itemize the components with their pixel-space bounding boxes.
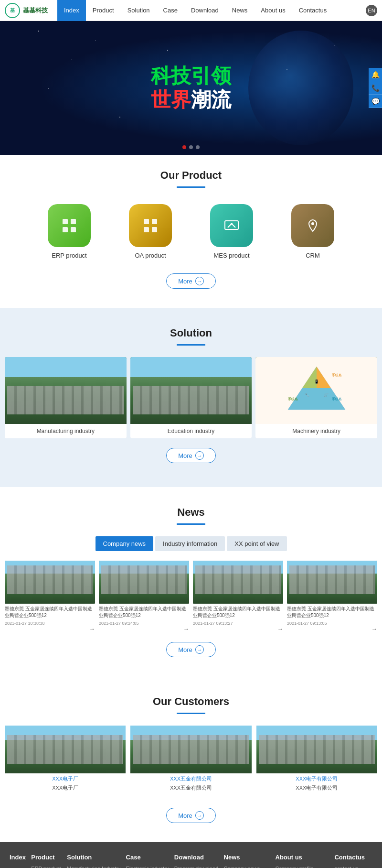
mes-icon-svg xyxy=(222,216,241,235)
news-tabs: Company news Industry information XX poi… xyxy=(0,536,382,551)
svg-point-10 xyxy=(311,222,314,225)
solution-manufacturing[interactable]: Manufacturing industry xyxy=(5,357,127,438)
news-date-3: 2021-01-27 09:13:27 xyxy=(193,621,283,626)
news-text-3: 墨德东莞 五金家居连续四年入选中国制造业民营企业500强12 xyxy=(193,604,283,621)
customer-link-2[interactable]: XXX五金有限公司 xyxy=(130,773,251,784)
news-tab-company[interactable]: Company news xyxy=(96,536,154,551)
solution-label-machinery: Machinery industry xyxy=(255,424,377,438)
solution-underline xyxy=(177,344,205,346)
solution-img-machinery: 📱 🔧 🛒 系统名 系统名 系统名 xyxy=(255,357,377,424)
footer-nav: Index Product ERP product OA product MES… xyxy=(0,842,382,868)
factory-image-2 xyxy=(130,357,252,424)
footer-nav-grid: Index Product ERP product OA product MES… xyxy=(10,854,372,868)
customer-card-2: XXX五金有限公司 XXX五金有限公司 xyxy=(130,726,251,792)
customers-more-btn[interactable]: More → xyxy=(166,808,216,823)
svg-rect-4 xyxy=(144,219,149,224)
news-tab-view[interactable]: XX point of view xyxy=(227,536,286,551)
news-more-btn[interactable]: More → xyxy=(166,642,216,657)
solution-more-btn[interactable]: More → xyxy=(166,448,216,463)
solution-education[interactable]: Education industry xyxy=(130,357,252,438)
footer-case-title: Case xyxy=(126,854,169,861)
svg-marker-13 xyxy=(302,367,317,388)
news-arrow-1: → xyxy=(5,626,95,632)
nav-index[interactable]: Index xyxy=(57,0,86,21)
nav-download[interactable]: Download xyxy=(184,0,225,21)
news-date-2: 2021-01-27 09:24:05 xyxy=(99,621,189,626)
news-arrow-2: → xyxy=(99,626,189,632)
news-date-1: 2021-01-27 10:38:38 xyxy=(5,621,95,626)
product-label-crm: CRM xyxy=(306,252,320,259)
footer-contact-us[interactable]: contact us xyxy=(334,866,372,868)
solution-label-education: Education industry xyxy=(130,424,252,438)
solution-img-manufacturing xyxy=(5,357,127,424)
product-mes[interactable]: MES product xyxy=(210,204,253,259)
news-card-2[interactable]: 墨德东莞 五金家居连续四年入选中国制造业民营企业500强12 2021-01-2… xyxy=(99,561,189,632)
solution-img-education xyxy=(130,357,252,424)
footer-news-title: News xyxy=(224,854,270,861)
footer-col-solution: Solution Manufacturing Industry Educatio… xyxy=(67,854,120,868)
footer-download-program[interactable]: Program download xyxy=(174,866,218,868)
footer-col-index: Index xyxy=(10,854,26,868)
news-section: News Company news Industry information X… xyxy=(0,487,382,676)
footer-about-profile[interactable]: Company profile xyxy=(276,866,329,868)
product-crm[interactable]: CRM xyxy=(291,204,334,259)
news-card-4[interactable]: 墨德东莞 五金家居连续四年入选中国制造业民营企业500强12 2021-01-2… xyxy=(287,561,377,632)
customer-factory-2 xyxy=(130,726,251,773)
footer-product-title: Product xyxy=(31,854,62,861)
svg-text:系统名: 系统名 xyxy=(288,397,298,401)
footer-col-news: News Company news Industry information X… xyxy=(224,854,270,868)
product-label-erp: ERP product xyxy=(52,252,86,259)
machinery-chart: 📱 🔧 🛒 系统名 系统名 系统名 xyxy=(255,357,377,424)
factory-image-1 xyxy=(5,357,127,424)
solution-title: Solution xyxy=(0,313,382,344)
news-grid: 墨德东莞 五金家居连续四年入选中国制造业民营企业500强12 2021-01-2… xyxy=(0,561,382,632)
svg-text:🛒: 🛒 xyxy=(324,392,329,397)
product-icon-crm xyxy=(291,204,334,247)
nav-product[interactable]: Product xyxy=(86,0,121,21)
nav-about[interactable]: About us xyxy=(254,0,292,21)
products-grid: ERP product OA product xyxy=(10,199,372,264)
machinery-chart-svg: 📱 🔧 🛒 系统名 系统名 系统名 xyxy=(278,362,355,419)
nav-solution[interactable]: Solution xyxy=(121,0,157,21)
svg-rect-7 xyxy=(152,227,157,232)
news-card-3[interactable]: 墨德东莞 五金家居连续四年入选中国制造业民营企业500强12 2021-01-2… xyxy=(193,561,283,632)
customer-link-3[interactable]: XXX电子有限公司 xyxy=(256,773,377,784)
nav-contact[interactable]: Contactus xyxy=(292,0,334,21)
customer-link-1[interactable]: XXX电子厂 xyxy=(5,773,126,784)
customer-name-3: XXX电子有限公司 xyxy=(256,784,377,792)
news-underline xyxy=(177,523,205,525)
news-tab-industry[interactable]: Industry information xyxy=(155,536,225,551)
customer-factory-3 xyxy=(256,726,377,773)
news-more-wrap: More → xyxy=(0,632,382,667)
footer-col-case: Case Electronic industry Hardware indust… xyxy=(126,854,169,868)
footer-case-electronic[interactable]: Electronic industry xyxy=(126,866,169,868)
svg-text:系统名: 系统名 xyxy=(332,397,342,401)
product-icon-oa xyxy=(129,204,172,247)
customers-more-arrow: → xyxy=(195,811,204,820)
footer-news-company[interactable]: Company news xyxy=(224,866,270,868)
logo[interactable]: 基 基基科技 xyxy=(5,3,48,18)
news-factory-4 xyxy=(287,561,377,604)
svg-rect-2 xyxy=(63,227,68,232)
product-oa[interactable]: OA product xyxy=(129,204,172,259)
nav-items: Index Product Solution Case Download New… xyxy=(57,0,366,21)
solution-machinery[interactable]: 📱 🔧 🛒 系统名 系统名 系统名 Machinery industry xyxy=(255,357,377,438)
customer-img-1 xyxy=(5,726,126,773)
solution-section: Solution Manufacturing industry Educatio… xyxy=(0,308,382,487)
products-title: Our Product xyxy=(10,155,372,186)
products-more-btn[interactable]: More → xyxy=(166,273,216,289)
solution-more-arrow: → xyxy=(195,451,204,460)
nav-news[interactable]: News xyxy=(225,0,255,21)
navbar: 基 基基科技 Index Product Solution Case Downl… xyxy=(0,0,382,21)
footer-product-erp[interactable]: ERP product xyxy=(31,866,62,868)
footer-col-about: About us Company profile Honor and quali… xyxy=(276,854,329,868)
footer-index-title: Index xyxy=(10,854,26,861)
nav-case[interactable]: Case xyxy=(157,0,184,21)
product-erp[interactable]: ERP product xyxy=(48,204,91,259)
news-card-1[interactable]: 墨德东莞 五金家居连续四年入选中国制造业民营企业500强12 2021-01-2… xyxy=(5,561,95,632)
language-toggle[interactable]: EN xyxy=(366,5,377,16)
news-factory-2 xyxy=(99,561,189,604)
svg-rect-0 xyxy=(63,219,68,224)
product-label-oa: OA product xyxy=(135,252,166,259)
footer-solution-manufacturing[interactable]: Manufacturing Industry xyxy=(67,866,120,868)
